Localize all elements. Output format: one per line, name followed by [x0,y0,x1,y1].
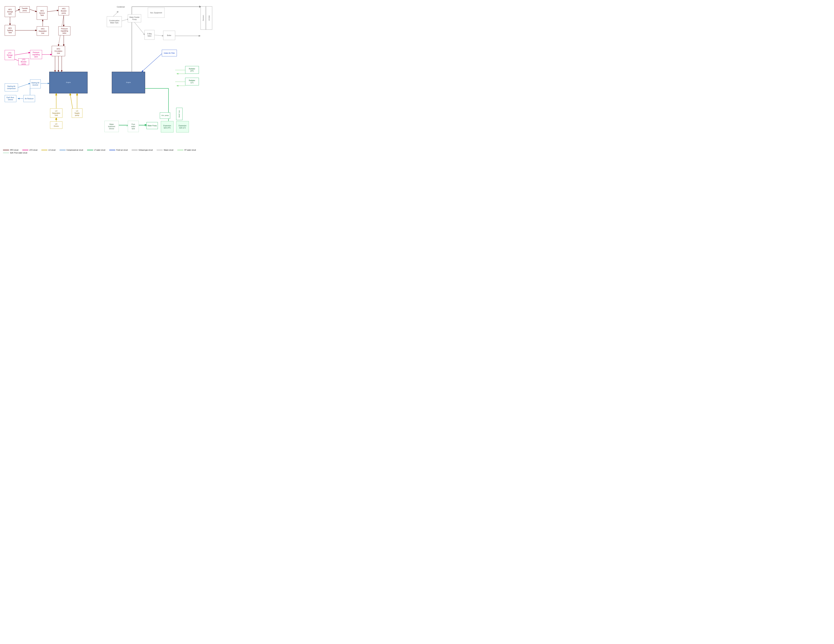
expansion-tank-ht: Expansiontank (HT) [161,121,173,132]
legend-fresh-air: Fresh air circuit [109,149,128,151]
condenser-label: Condenser [117,6,125,8]
legend-lt-water: LT water circuit [87,149,105,151]
left-engine: Engine [49,72,87,94]
svg-line-0 [15,9,20,11]
radiator-ht: Radiator(HT) [185,66,199,74]
svg-line-12 [15,53,30,55]
legend-soft-water: Soft / Pure water circuit [3,152,27,154]
legend-lo: LO circuit [41,149,55,151]
silencer: Silencer [206,6,212,30]
lo-separation-unit: LOSeparationUnit [50,108,62,118]
lfo-booster-pump: LFOBoosterpump [18,58,29,65]
legend-exhaust: Exhaust gas circuit [132,149,153,151]
lfo-storage-tank: LFOStorageTank [5,50,15,60]
legend-steam: Steam circuit [157,149,173,151]
legend-hfo: HFO circuit [3,149,18,151]
right-engine: Engine [112,72,145,94]
hfo-service-tank: HFOServiceTank [37,6,47,20]
pressure-regulating-valve-lfo: Pressureregulatingvalve [30,50,42,59]
water-pump: Water Pump [147,122,158,129]
circ-pump-ht: Circ. pump [160,112,170,119]
svg-line-21 [18,83,30,87]
air-reducer: Air Reducer [23,95,35,102]
water-feeder-pump: Water FeederPump [128,15,141,23]
lo-supply-pump: LOSupplypump [72,108,82,118]
svg-line-5 [47,10,58,12]
pure-water-tank: Purewatertank [128,121,139,132]
legend-lfo: LFO circuit [23,149,37,151]
condensation-water-tank: CondensationWater Tank [107,16,122,27]
hfo-storage-tank: HFO Storage tank [5,6,15,17]
chimney: Chimney [200,6,206,30]
circ-pump-lt: Circ. pump [176,108,183,120]
starting-air-receiver: Starting Airreceiver [30,79,41,89]
pressure-regulating-valve-hfo: Pressureregulatingvalve [58,26,70,36]
lo-drums: LODrums [50,121,62,129]
boiler: Boiler [163,31,175,40]
hfo-booster-pump: HFOBoosterpump [58,6,69,15]
svg-line-1 [30,9,37,12]
legend-compressed-air: Compressed air circuit [60,149,83,151]
hfo-separation-unit: HFOSeparationUnit [37,26,49,36]
three-way-valve: 3-WayValve [144,30,155,40]
svg-line-26 [155,35,163,36]
radiator-lt: Radiator(LT) [185,78,199,86]
expansion-tank-lt: Expansiontank (LT) [176,121,189,132]
diagram-container: HFO Storage tank HFOSettlingTank Transfe… [2,2,215,155]
hfo-circulation-unit: HFOCirculationUnit [52,46,65,56]
legend: HFO circuit LFO circuit LO circuit Compr… [3,149,215,154]
intake-air-filter: Intake Air Filter [162,50,177,56]
starting-air-compressor: Starting Aircompressor [5,83,18,91]
svg-line-30 [142,53,162,72]
water-treatment-device: WatertreatmentDevice [104,121,119,132]
hfo-settling-tank: HFOSettlingTank [5,25,15,36]
each-aux-device: Each Auxi.Device [5,95,16,102]
aux-equipment: Aux. Equipment [148,8,165,18]
legend-ht-water: HT water circuit [177,149,196,151]
transfer-pump: Transferpump [20,6,30,13]
